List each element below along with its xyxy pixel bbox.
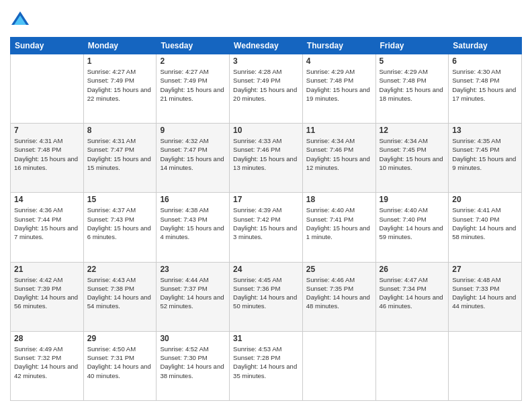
sunset-text: Sunset: 7:43 PM xyxy=(87,216,134,223)
daylight-text: Daylight: 15 hours and 12 minutes. xyxy=(306,155,370,171)
day-number: 1 xyxy=(87,56,153,66)
calendar-cell xyxy=(449,331,522,400)
daylight-text: Daylight: 15 hours and 13 minutes. xyxy=(233,155,297,171)
daylight-text: Daylight: 15 hours and 19 minutes. xyxy=(306,86,370,102)
day-info: Sunrise: 4:28 AM Sunset: 7:49 PM Dayligh… xyxy=(233,67,299,103)
day-number: 22 xyxy=(87,265,153,274)
logo-icon xyxy=(10,10,30,30)
day-info: Sunrise: 4:48 AM Sunset: 7:33 PM Dayligh… xyxy=(452,275,518,311)
page: SundayMondayTuesdayWednesdayThursdayFrid… xyxy=(0,0,532,411)
sunrise-text: Sunrise: 4:30 AM xyxy=(452,68,500,75)
calendar-week-2: 14 Sunrise: 4:36 AM Sunset: 7:44 PM Dayl… xyxy=(11,193,522,262)
calendar-week-4: 28 Sunrise: 4:49 AM Sunset: 7:32 PM Dayl… xyxy=(11,331,522,400)
day-info: Sunrise: 4:32 AM Sunset: 7:47 PM Dayligh… xyxy=(160,136,226,172)
day-number: 15 xyxy=(87,195,153,204)
calendar-cell: 19 Sunrise: 4:40 AM Sunset: 7:40 PM Dayl… xyxy=(375,193,449,262)
daylight-text: Daylight: 14 hours and 58 minutes. xyxy=(452,224,516,240)
sunrise-text: Sunrise: 4:48 AM xyxy=(452,276,500,283)
day-number: 26 xyxy=(380,265,445,274)
calendar-cell: 30 Sunrise: 4:52 AM Sunset: 7:30 PM Dayl… xyxy=(157,331,230,400)
calendar-cell: 2 Sunrise: 4:27 AM Sunset: 7:49 PM Dayli… xyxy=(157,54,230,124)
calendar-cell xyxy=(375,331,449,400)
sunrise-text: Sunrise: 4:39 AM xyxy=(233,206,281,214)
sunrise-text: Sunrise: 4:53 AM xyxy=(233,345,281,353)
calendar-cell: 3 Sunrise: 4:28 AM Sunset: 7:49 PM Dayli… xyxy=(230,54,303,124)
sunrise-text: Sunrise: 4:31 AM xyxy=(14,137,62,144)
calendar-cell: 18 Sunrise: 4:40 AM Sunset: 7:41 PM Dayl… xyxy=(302,193,375,262)
day-number: 27 xyxy=(452,265,518,274)
calendar-cell: 11 Sunrise: 4:34 AM Sunset: 7:46 PM Dayl… xyxy=(302,124,375,193)
sunset-text: Sunset: 7:48 PM xyxy=(452,77,499,84)
daylight-text: Daylight: 15 hours and 4 minutes. xyxy=(160,224,224,240)
sunrise-text: Sunrise: 4:31 AM xyxy=(87,137,136,144)
day-number: 11 xyxy=(306,126,372,135)
calendar-cell: 14 Sunrise: 4:36 AM Sunset: 7:44 PM Dayl… xyxy=(11,193,84,262)
calendar-cell: 16 Sunrise: 4:38 AM Sunset: 7:43 PM Dayl… xyxy=(157,193,230,262)
sunset-text: Sunset: 7:40 PM xyxy=(380,216,427,223)
daylight-text: Daylight: 15 hours and 10 minutes. xyxy=(380,155,443,171)
day-info: Sunrise: 4:45 AM Sunset: 7:36 PM Dayligh… xyxy=(233,275,299,311)
day-number: 20 xyxy=(452,195,518,204)
header-row: SundayMondayTuesdayWednesdayThursdayFrid… xyxy=(11,38,522,54)
calendar-cell: 26 Sunrise: 4:47 AM Sunset: 7:34 PM Dayl… xyxy=(375,262,449,331)
sunset-text: Sunset: 7:43 PM xyxy=(160,216,207,223)
daylight-text: Daylight: 14 hours and 52 minutes. xyxy=(160,293,224,310)
day-info: Sunrise: 4:46 AM Sunset: 7:35 PM Dayligh… xyxy=(306,275,372,311)
header-cell-friday: Friday xyxy=(375,38,449,54)
sunrise-text: Sunrise: 4:32 AM xyxy=(160,137,208,144)
sunset-text: Sunset: 7:37 PM xyxy=(160,285,207,292)
calendar-cell: 15 Sunrise: 4:37 AM Sunset: 7:43 PM Dayl… xyxy=(83,193,157,262)
calendar-cell: 12 Sunrise: 4:34 AM Sunset: 7:45 PM Dayl… xyxy=(375,124,449,193)
day-info: Sunrise: 4:31 AM Sunset: 7:47 PM Dayligh… xyxy=(87,136,153,172)
daylight-text: Daylight: 15 hours and 14 minutes. xyxy=(160,155,224,171)
calendar-cell: 25 Sunrise: 4:46 AM Sunset: 7:35 PM Dayl… xyxy=(302,262,375,331)
calendar-cell: 5 Sunrise: 4:29 AM Sunset: 7:48 PM Dayli… xyxy=(375,54,449,124)
day-number: 17 xyxy=(233,195,299,204)
calendar-cell: 13 Sunrise: 4:35 AM Sunset: 7:45 PM Dayl… xyxy=(449,124,522,193)
sunrise-text: Sunrise: 4:40 AM xyxy=(306,206,355,214)
header xyxy=(10,10,522,30)
day-number: 3 xyxy=(233,56,299,66)
day-number: 7 xyxy=(14,126,80,135)
daylight-text: Daylight: 14 hours and 48 minutes. xyxy=(306,293,370,310)
calendar-cell: 28 Sunrise: 4:49 AM Sunset: 7:32 PM Dayl… xyxy=(11,331,84,400)
sunset-text: Sunset: 7:49 PM xyxy=(87,77,134,84)
sunrise-text: Sunrise: 4:34 AM xyxy=(380,137,428,144)
sunrise-text: Sunrise: 4:33 AM xyxy=(233,137,281,144)
sunrise-text: Sunrise: 4:52 AM xyxy=(160,345,208,353)
header-cell-sunday: Sunday xyxy=(11,38,84,54)
sunset-text: Sunset: 7:44 PM xyxy=(14,216,61,223)
day-number: 24 xyxy=(233,265,299,274)
day-number: 2 xyxy=(160,56,226,66)
day-number: 18 xyxy=(306,195,372,204)
sunset-text: Sunset: 7:31 PM xyxy=(87,354,134,361)
sunset-text: Sunset: 7:48 PM xyxy=(306,77,353,84)
daylight-text: Daylight: 14 hours and 56 minutes. xyxy=(14,293,78,310)
sunset-text: Sunset: 7:47 PM xyxy=(160,146,207,153)
calendar-cell: 10 Sunrise: 4:33 AM Sunset: 7:46 PM Dayl… xyxy=(230,124,303,193)
day-number: 19 xyxy=(380,195,445,204)
sunrise-text: Sunrise: 4:44 AM xyxy=(160,276,208,283)
day-info: Sunrise: 4:43 AM Sunset: 7:38 PM Dayligh… xyxy=(87,275,153,311)
header-cell-tuesday: Tuesday xyxy=(157,38,230,54)
sunset-text: Sunset: 7:46 PM xyxy=(306,146,353,153)
header-cell-monday: Monday xyxy=(83,38,157,54)
sunset-text: Sunset: 7:34 PM xyxy=(380,285,427,292)
sunrise-text: Sunrise: 4:28 AM xyxy=(233,68,281,75)
day-number: 30 xyxy=(160,334,226,343)
daylight-text: Daylight: 15 hours and 16 minutes. xyxy=(14,155,78,171)
day-number: 5 xyxy=(380,56,445,66)
daylight-text: Daylight: 15 hours and 22 minutes. xyxy=(87,86,151,102)
calendar-header: SundayMondayTuesdayWednesdayThursdayFrid… xyxy=(11,38,522,54)
header-cell-saturday: Saturday xyxy=(449,38,522,54)
day-number: 25 xyxy=(306,265,372,274)
sunrise-text: Sunrise: 4:37 AM xyxy=(87,206,136,214)
day-info: Sunrise: 4:40 AM Sunset: 7:40 PM Dayligh… xyxy=(380,205,445,241)
calendar-cell: 9 Sunrise: 4:32 AM Sunset: 7:47 PM Dayli… xyxy=(157,124,230,193)
sunset-text: Sunset: 7:39 PM xyxy=(14,285,61,292)
day-number: 23 xyxy=(160,265,226,274)
sunrise-text: Sunrise: 4:35 AM xyxy=(452,137,500,144)
calendar-cell: 8 Sunrise: 4:31 AM Sunset: 7:47 PM Dayli… xyxy=(83,124,157,193)
calendar-cell: 4 Sunrise: 4:29 AM Sunset: 7:48 PM Dayli… xyxy=(302,54,375,124)
day-number: 9 xyxy=(160,126,226,135)
